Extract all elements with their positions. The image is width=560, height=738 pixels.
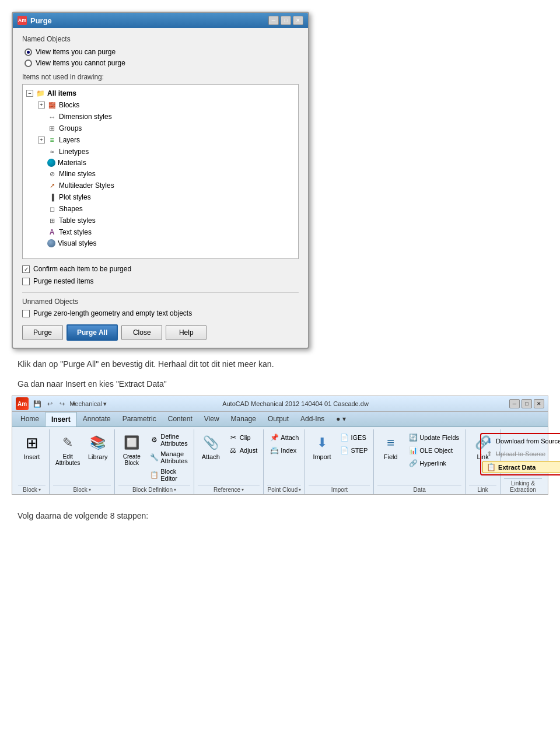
tab-extra[interactable]: ● ▾ [330,412,352,426]
tree-item-groups[interactable]: ⊞ Groups [37,123,296,134]
block-editor-button[interactable]: 📋 BlockEditor [147,467,190,483]
reference-group-label[interactable]: Reference ▾ [198,485,260,494]
purge-button[interactable]: Purge [22,325,63,340]
purge-all-button[interactable]: Purge All [66,324,118,341]
step-button[interactable]: 📄 STEP [337,445,370,456]
tab-content[interactable]: Content [162,412,198,426]
iges-button[interactable]: 📄 IGES [337,432,370,443]
tree-item-layers[interactable]: + ≡ Layers [37,135,296,145]
qa-redo[interactable]: ↪ [57,398,67,409]
extract-data-button[interactable]: 📋 Extract Data [482,461,560,473]
close-button[interactable]: ✕ [293,16,303,25]
tab-manage[interactable]: Manage [225,412,262,426]
confirm-label: Confirm each item to be purged [33,265,131,273]
restore-button[interactable]: □ [281,16,291,25]
ribbon-group-point-cloud: 📌 Attach 📇 Index Point Cloud ▾ [264,429,305,494]
nested-label: Purge nested items [33,277,93,285]
qa-save[interactable]: 💾 [32,398,43,409]
import-button[interactable]: ⬇ Import [309,432,335,462]
insert-button[interactable]: ⊞ Insert [19,432,45,462]
tree-item-all[interactable]: − 📁 All items [25,88,296,99]
help-button[interactable]: Help [166,325,206,340]
purge-zero-checkbox[interactable]: Purge zero-length geometry and empty tex… [22,309,299,317]
field-button[interactable]: ≡ Field [377,432,404,462]
unnamed-section: Unnamed Objects Purge zero-length geomet… [22,292,299,317]
qa-undo[interactable]: ↩ [44,398,55,409]
radio-view-can-purge[interactable]: View items you can purge [24,48,299,56]
edit-attributes-button[interactable]: ✎ EditAttributes [53,432,82,468]
attach-button[interactable]: 📎 Attach [198,432,224,462]
expand-blocks-icon[interactable]: + [38,102,45,109]
iges-label: IGES [351,434,366,441]
hyperlink-button[interactable]: 🔗 Hyperlink [406,457,461,469]
tab-home[interactable]: Home [15,412,45,426]
tree-label-groups: Groups [59,124,82,132]
tree-item-linetypes[interactable]: ≈ Linetypes [37,146,296,157]
mechanical-dropdown[interactable]: Mechanical ▾ [83,398,93,409]
close-dialog-button[interactable]: Close [121,325,162,340]
tab-annotate[interactable]: Annotate [77,412,117,426]
ole-object-button[interactable]: 📊 OLE Object [406,445,461,456]
tree-item-plotstyles[interactable]: ▐ Plot styles [37,192,296,202]
tab-output[interactable]: Output [262,412,295,426]
table-icon: ⊞ [47,216,57,225]
tree-item-mline[interactable]: ⊘ Mline styles [37,169,296,179]
ole-icon: 📊 [408,446,418,455]
point-cloud-group-label[interactable]: Point Cloud ▾ [267,485,301,494]
tree-item-dimstyles[interactable]: ↔ Dimension styles [37,111,296,122]
dialog-wrapper: Am Purge ─ □ ✕ Named Objects View ite [12,12,548,349]
update-fields-label: Update Fields [419,434,459,441]
library-icon: 📚 [89,433,107,452]
tree-item-shapes[interactable]: ◻ Shapes [37,204,296,214]
tab-parametric[interactable]: Parametric [117,412,162,426]
insert-icon: ⊞ [23,433,41,452]
hyperlink-label: Hyperlink [419,460,446,467]
items-not-used-label: Items not used in drawing: [22,73,299,81]
attach-pc-button[interactable]: 📌 Attach [267,432,301,443]
manage-attributes-button[interactable]: 🔧 ManageAttributes [147,449,190,466]
block-def-group-label[interactable]: Block Definition ▾ [118,485,190,494]
tree-item-tablestyles[interactable]: ⊞ Table styles [37,215,296,226]
reference-items: 📎 Attach ✂ Clip ⚖ Adjust [198,432,260,483]
nested-checkbox-box[interactable] [22,278,30,285]
define-attributes-button[interactable]: ⚙ DefineAttributes [147,432,190,448]
block-editor-label: BlockEditor [160,468,177,482]
tab-insert[interactable]: Insert [45,412,77,426]
app-logo[interactable]: Am [16,397,29,410]
link-group-label: Link [469,485,496,494]
confirm-checkbox-box[interactable] [22,265,30,273]
nested-checkbox[interactable]: Purge nested items [22,277,299,285]
clip-button[interactable]: ✂ Clip [226,432,260,443]
minimize-button[interactable]: ─ [268,16,279,25]
adjust-button[interactable]: ⚖ Adjust [226,445,260,456]
block-def-items: 🔲 CreateBlock ⚙ DefineAttributes 🔧 Manag… [118,432,190,483]
ribbon-minimize[interactable]: ─ [509,399,520,408]
hyperlink-icon: 🔗 [408,459,418,468]
tree-item-materials[interactable]: Materials [37,158,296,167]
insert-group-label[interactable]: Block ▾ [18,485,46,494]
tab-view[interactable]: View [198,412,225,426]
create-block-button[interactable]: 🔲 CreateBlock [118,432,145,468]
tree-item-multileader[interactable]: ↗ Multileader Styles [37,180,296,191]
tree-label-blocks: Blocks [59,101,79,109]
ribbon-restore[interactable]: □ [522,399,532,408]
tab-addins[interactable]: Add-Ins [295,412,330,426]
expand-layers-icon[interactable]: + [38,137,45,144]
expand-all-icon[interactable]: − [26,90,33,97]
radio-view-cannot-purge[interactable]: View items you cannot purge [24,59,299,67]
tree-item-textstyles[interactable]: A Text styles [37,227,296,237]
tree-container[interactable]: − 📁 All items + 🧱 Blocks [22,84,299,259]
tree-item-visualstyles[interactable]: Visual styles [37,239,296,248]
ribbon-close[interactable]: ✕ [534,399,544,408]
upload-source-button[interactable]: ⬆ Upload to Source [482,448,560,460]
confirm-checkbox[interactable]: Confirm each item to be purged [22,265,299,273]
library-button[interactable]: 📚 Library [85,432,111,462]
purge-zero-checkbox-box[interactable] [22,310,30,317]
tree-label-dimstyles: Dimension styles [59,113,112,121]
tree-item-blocks[interactable]: + 🧱 Blocks [37,100,296,110]
ribbon-wrapper: Am 💾 ↩ ↪ ▾ Mechanical ▾ AutoCAD Mechanic… [12,396,548,495]
download-source-button[interactable]: ⬇ Download from Source [482,435,560,447]
index-button[interactable]: 📇 Index [267,445,301,456]
update-fields-button[interactable]: 🔄 Update Fields [406,432,461,443]
mechanical-label: Mechanical [69,400,102,407]
